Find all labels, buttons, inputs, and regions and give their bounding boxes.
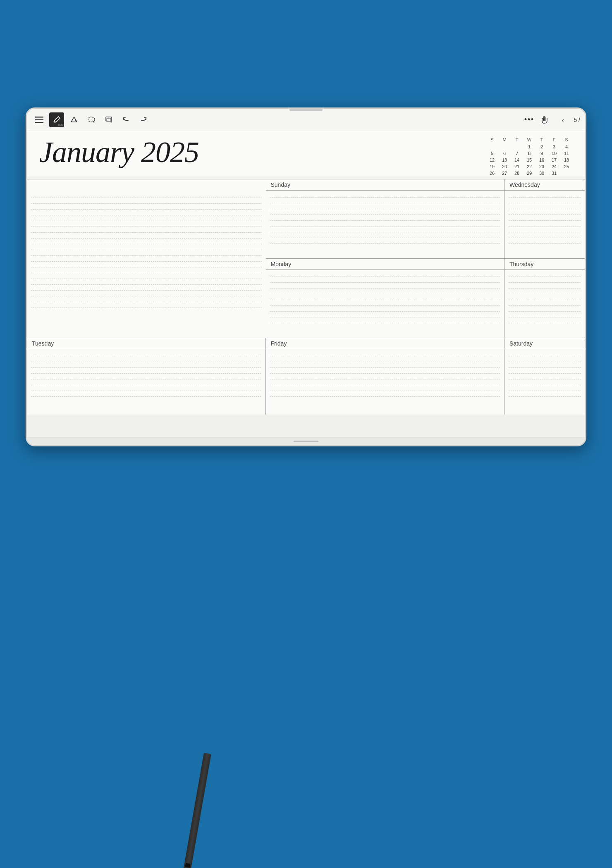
hand-tool-icon[interactable] [537,112,552,127]
stylus-button[interactable] [185,863,191,868]
toolbar-right: ••• ‹ 5 / [524,112,580,127]
shape-icon[interactable] [67,112,81,127]
saturday-label: Saturday [504,338,585,349]
pen-icon[interactable]: 0.30 [49,112,64,127]
tuesday-label: Tuesday [27,338,265,349]
svg-rect-0 [35,117,43,118]
svg-rect-2 [35,122,43,123]
device-top-bar [289,109,323,111]
mini-cal-week-5: 26 27 28 29 30 31 [486,170,573,176]
device-home-bar [294,441,318,442]
device-bottom-bar [27,437,585,445]
wednesday-cell: Wednesday [504,179,585,259]
page-number: 5 / [574,117,580,123]
planner-header: January 2025 S M T W T F S 1 2 [27,131,585,176]
mini-calendar: S M T W T F S 1 2 3 4 [486,135,573,176]
back-button[interactable]: ‹ [555,112,570,127]
mini-cal-days-header: S M T W T F S [486,137,573,143]
mini-cal-week-1: 1 2 3 4 [486,143,573,150]
svg-point-4 [88,117,95,122]
more-options-button[interactable]: ••• [524,115,534,124]
monday-cell: Monday [266,259,505,338]
month-title: January 2025 [39,135,486,169]
monday-label: Monday [266,259,504,270]
thursday-cell: Thursday [504,259,585,338]
tuesday-cell: Tuesday [27,338,266,415]
saturday-cell: Saturday [504,338,585,415]
friday-cell: Friday [266,338,505,415]
svg-point-3 [75,119,76,121]
eraser-icon[interactable] [101,112,116,127]
svg-point-5 [93,121,95,122]
stylus-body [179,753,211,868]
redo-icon[interactable] [136,112,151,127]
planner-content: January 2025 S M T W T F S 1 2 [27,131,585,445]
undo-icon[interactable] [119,112,134,127]
menu-icon[interactable] [32,112,47,127]
sunday-label: Sunday [266,179,504,191]
sunday-cell: Sunday [266,179,505,259]
friday-label: Friday [266,338,504,349]
week-grid: Sunday Wed [27,179,585,415]
stylus [177,753,211,868]
mini-cal-week-4: 19 20 21 22 23 24 25 [486,163,573,170]
pen-size-label: 0.30 [58,123,63,126]
svg-rect-1 [35,119,43,120]
lasso-icon[interactable] [84,112,99,127]
thursday-label: Thursday [504,259,585,270]
mini-cal-week-3: 12 13 14 15 16 17 18 [486,157,573,163]
device-frame: 0.30 [26,107,586,446]
svg-point-8 [111,121,112,122]
toolbar: 0.30 [27,109,585,131]
mini-cal-week-2: 5 6 7 8 9 10 11 [486,150,573,157]
notes-top-right [27,179,266,338]
svg-rect-7 [107,118,111,121]
wednesday-label: Wednesday [504,179,585,191]
